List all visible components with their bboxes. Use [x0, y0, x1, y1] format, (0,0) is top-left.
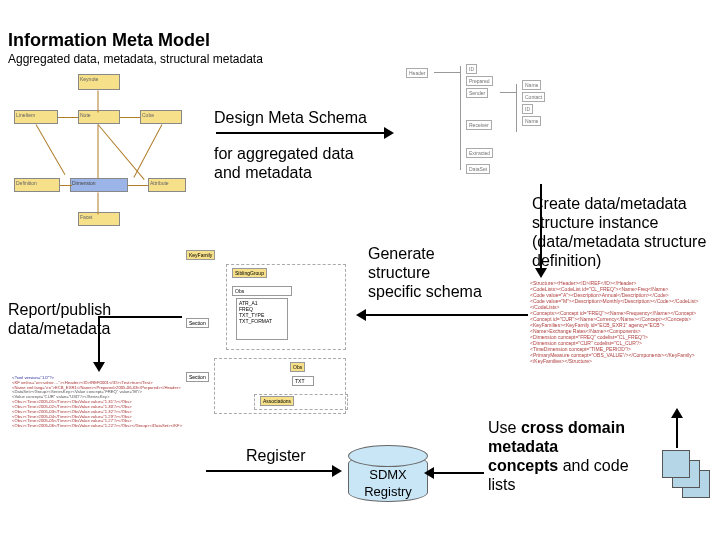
arrowhead-icon: [535, 268, 547, 278]
create-instance-label-2: structure instance: [532, 213, 658, 233]
code-line: <Obs><Time>2005-06</Time><ObsValue value…: [12, 424, 200, 429]
schema-box: SiblingGroup: [232, 268, 267, 278]
arrow-tree-to-def: [540, 184, 542, 270]
tree-box: Contact: [522, 92, 545, 102]
arrowhead-icon: [93, 362, 105, 372]
use-concepts-label-1: Use cross domain: [488, 418, 625, 438]
arrowhead-icon: [384, 127, 394, 139]
structure-definition-block: <Structure><Header><ID>IREF</ID></Header…: [530, 280, 710, 430]
design-schema-label-3: and metadata: [214, 163, 312, 183]
schema-box: KeyFamily: [186, 250, 215, 260]
arrowhead-icon: [356, 309, 366, 321]
arrow-def-to-schema: [366, 314, 528, 316]
tree-box: DataSet: [466, 164, 490, 174]
schema-box: Section: [186, 318, 209, 328]
arrow-design-to-tree: [216, 132, 384, 134]
uml-box: Attribute: [148, 178, 186, 192]
registry-label-1: SDMX: [349, 467, 427, 482]
def-line: <PrimaryMeasure concept="OBS_VALUE"/></C…: [530, 352, 710, 364]
use-concepts-label-4: lists: [488, 475, 516, 495]
tree-box: Name: [522, 80, 541, 90]
page-title: Information Meta Model: [8, 30, 210, 51]
tree-box: Sender: [466, 88, 488, 98]
xml-data-block: <?xml version="1.0"?> <KF xmlns="urn:sdm…: [12, 376, 200, 476]
uml-box: Definition: [14, 178, 60, 192]
tree-box: Name: [522, 116, 541, 126]
arrowhead-icon: [332, 465, 342, 477]
tree-box: Header: [406, 68, 428, 78]
uml-box: Facet: [78, 212, 120, 226]
report-publish-label-2: data/metadata: [8, 319, 110, 339]
design-schema-label-2: for aggregated data: [214, 144, 354, 164]
model-diagram: Keynote LineItem Note Cube Definition Di…: [8, 72, 194, 236]
register-label: Register: [246, 446, 306, 466]
arrowhead-icon: [671, 408, 683, 418]
tree-box: Receiver: [466, 120, 492, 130]
generate-schema-label-2: structure: [368, 263, 430, 283]
schema-diagram: KeyFamily SiblingGroup Section Obs ATR_A…: [184, 244, 354, 424]
tree-box: Extracted: [466, 148, 493, 158]
create-instance-label-3: (data/metadata structure: [532, 232, 706, 252]
uml-box: LineItem: [14, 110, 58, 124]
schema-box: Obs: [232, 286, 292, 296]
use-concepts-label-2: metadata: [488, 437, 558, 457]
registry-label-2: Registry: [348, 484, 428, 499]
generate-schema-label-1: Generate: [368, 244, 435, 264]
arrow-concepts-to-registry: [432, 472, 484, 474]
uml-box: Keynote: [78, 74, 120, 90]
arrow-schema-to-code-v: [98, 316, 100, 364]
arrowhead-icon: [424, 467, 434, 479]
xml-tree-diagram: Header ID Prepared Sender Name Contact I…: [404, 64, 570, 184]
schema-box: Associations: [260, 396, 294, 406]
uml-box: Cube: [140, 110, 182, 124]
arrow-schema-to-code-h: [98, 316, 182, 318]
arrow-stack-to-def: [676, 416, 678, 448]
report-publish-label-1: Report/publish: [8, 300, 111, 320]
schema-box: Obs: [290, 362, 305, 372]
page-subtitle: Aggregated data, metadata, structural me…: [8, 52, 263, 66]
schema-box: TXT: [292, 376, 314, 386]
def-line: <Code value="M"><Description>Monthly</De…: [530, 298, 710, 310]
tree-box: Prepared: [466, 76, 493, 86]
stack-box-icon: [662, 450, 690, 478]
tree-box: ID: [466, 64, 477, 74]
generate-schema-label-3: specific schema: [368, 282, 482, 302]
uml-box: Note: [78, 110, 120, 124]
create-instance-label-1: Create data/metadata: [532, 194, 687, 214]
uml-box: Dimension: [70, 178, 128, 192]
design-schema-label-1: Design Meta Schema: [214, 108, 367, 128]
use-concepts-label-3: concepts and code: [488, 456, 629, 476]
tree-box: ID: [522, 104, 533, 114]
schema-attr-box: ATR_A1 FREQ TXT_TYPE TXT_FORMAT: [236, 298, 288, 340]
arrow-code-to-registry: [206, 470, 334, 472]
